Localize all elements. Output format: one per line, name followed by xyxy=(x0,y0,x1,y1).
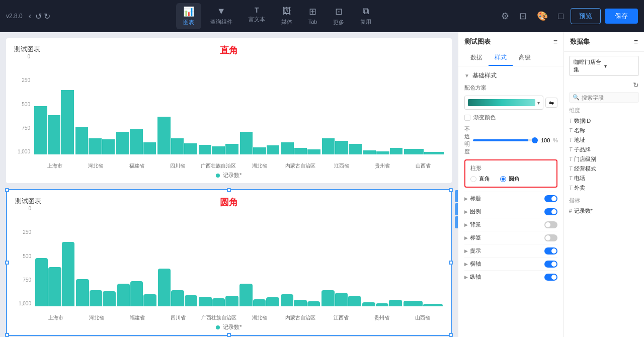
tab-icon: ⊞ xyxy=(309,6,316,17)
tab-style[interactable]: 样式 xyxy=(489,50,513,66)
yaxis-toggle[interactable] xyxy=(544,274,557,281)
chart-card-1[interactable]: 测试图表 直角 1,0007505002500 上海市河北省福建省四川省广西壮族… xyxy=(6,38,452,183)
chart-bar-group xyxy=(362,300,401,306)
bar xyxy=(61,90,74,154)
color-adjust-button[interactable]: ⇋ xyxy=(545,98,557,108)
layout-icon[interactable]: ⊡ xyxy=(516,8,530,25)
bar xyxy=(376,303,388,306)
field-label: 名称 xyxy=(574,127,585,134)
legend-section-label: ▶ 图例 xyxy=(464,208,481,215)
radio-straight[interactable]: 直角 xyxy=(470,175,490,183)
color-select[interactable]: ▾ xyxy=(464,96,543,110)
basic-style-label: 基础样式 xyxy=(472,71,557,80)
bar xyxy=(143,294,156,306)
toolbar-more[interactable]: ⊡ 更多 xyxy=(326,3,351,29)
color-scheme-control: ▾ ⇋ xyxy=(464,96,557,110)
chart-bar-group xyxy=(322,138,362,154)
tooltip-toggle[interactable] xyxy=(544,247,557,255)
tab-advanced[interactable]: 高级 xyxy=(513,50,537,66)
bar xyxy=(322,138,335,154)
handle-tl[interactable] xyxy=(5,188,9,192)
settings-icon[interactable]: ⚙ xyxy=(498,8,512,25)
label-section-row[interactable]: ▶ 标签 xyxy=(464,231,557,244)
toolbar-media-label: 媒体 xyxy=(281,18,292,26)
bar xyxy=(157,117,171,154)
bar xyxy=(321,290,334,306)
xaxis-toggle[interactable] xyxy=(544,261,557,268)
chart-bar-group xyxy=(35,242,74,306)
version-label: v2.8.0 xyxy=(6,13,23,20)
handle-bl[interactable] xyxy=(5,333,9,337)
chart1-bars xyxy=(34,54,444,154)
dataset-selector[interactable]: 咖啡门店合集 ▾ xyxy=(569,56,639,76)
gradient-checkbox[interactable] xyxy=(464,115,470,121)
tooltip-section-row[interactable]: ▶ 提示 xyxy=(464,244,557,257)
chart2-legend-label: 记录数* xyxy=(223,323,242,331)
bar xyxy=(90,290,102,306)
refresh-icon[interactable]: ↻ xyxy=(633,81,639,89)
chart-card-2[interactable]: ⤢ ⧉ ••• 测试图表 圆角 1,0007505002500 上海市河北省福建… xyxy=(6,189,452,336)
back-button[interactable]: ‹ xyxy=(29,12,31,21)
field-type: T xyxy=(569,137,572,143)
title-toggle[interactable] xyxy=(544,195,557,202)
redo-button[interactable]: ↻ xyxy=(44,12,50,21)
field-search-input[interactable] xyxy=(582,95,644,101)
handle-tr[interactable] xyxy=(449,188,453,192)
chart-bar-group xyxy=(404,301,443,306)
undo-button[interactable]: ↺ xyxy=(35,12,42,21)
tab-data[interactable]: 数据 xyxy=(464,50,489,66)
chart-bar-group xyxy=(240,132,280,154)
label-toggle[interactable] xyxy=(544,234,557,241)
handle-br[interactable] xyxy=(449,333,453,337)
radio-rounded[interactable]: 圆角 xyxy=(500,175,520,183)
handle-tc[interactable] xyxy=(227,188,231,192)
pillar-radio-group: 直角 圆角 xyxy=(470,175,551,183)
panel-title-row: 测试图表 ≡ xyxy=(464,37,557,46)
save-button[interactable]: 保存 xyxy=(605,9,638,24)
bar xyxy=(199,145,212,154)
legend-section-row[interactable]: ▶ 图例 xyxy=(464,205,557,218)
preview-mode-icon[interactable]: □ xyxy=(555,8,567,25)
handle-bc[interactable] xyxy=(227,333,231,337)
chart2-legend: 记录数* xyxy=(15,323,443,331)
preview-button[interactable]: 预览 xyxy=(571,8,601,24)
basic-style-header[interactable]: ▼ 基础样式 xyxy=(464,71,557,80)
toolbar-query[interactable]: ▼ 查询组件 xyxy=(203,3,239,29)
bg-toggle[interactable] xyxy=(544,221,557,228)
xaxis-section-row[interactable]: ▶ 横轴 xyxy=(464,257,557,270)
x-label: 福建省 xyxy=(117,314,157,321)
bar xyxy=(171,138,184,154)
title-section-row[interactable]: ▶ 标题 xyxy=(464,192,557,205)
dataset-menu-icon[interactable]: ≡ xyxy=(634,38,638,46)
x-label: 江西省 xyxy=(320,314,361,321)
field-type: T xyxy=(569,176,572,181)
theme-icon[interactable]: 🎨 xyxy=(534,8,551,25)
metric-hash-icon: # xyxy=(569,208,572,214)
refresh-row: ↻ xyxy=(569,81,639,89)
yaxis-section-row[interactable]: ▶ 纵轴 xyxy=(464,270,557,283)
bg-section-row[interactable]: ▶ 背景 xyxy=(464,218,557,231)
bar xyxy=(212,298,225,306)
panel-menu-icon[interactable]: ≡ xyxy=(553,38,557,46)
field-type: T xyxy=(569,156,572,162)
toolbar-rich[interactable]: T 富文本 xyxy=(242,3,272,29)
reuse-icon: ⧉ xyxy=(363,6,369,17)
opacity-value: 100 xyxy=(541,137,550,143)
chart1-title: 测试图表 xyxy=(14,45,40,53)
legend-toggle[interactable] xyxy=(544,208,557,215)
more-options-button[interactable]: ••• xyxy=(455,216,458,228)
handle-mr[interactable] xyxy=(449,261,453,265)
bar xyxy=(158,269,171,306)
x-label: 河北省 xyxy=(76,314,117,321)
expand-button[interactable]: ⤢ xyxy=(455,190,458,202)
bar xyxy=(143,142,156,154)
handle-ml[interactable] xyxy=(5,261,9,265)
toolbar-tab[interactable]: ⊞ Tab xyxy=(301,3,325,29)
toolbar-chart[interactable]: 📊 图表 xyxy=(176,3,201,29)
opacity-slider[interactable] xyxy=(473,139,538,141)
toolbar-reuse[interactable]: ⧉ 复用 xyxy=(353,3,378,29)
radio-rounded-label: 圆角 xyxy=(509,175,520,183)
copy-button[interactable]: ⧉ xyxy=(455,203,458,215)
toolbar-media[interactable]: 🖼 媒体 xyxy=(274,3,299,29)
chart2-y-axis: 1,0007505002500 xyxy=(15,206,33,306)
